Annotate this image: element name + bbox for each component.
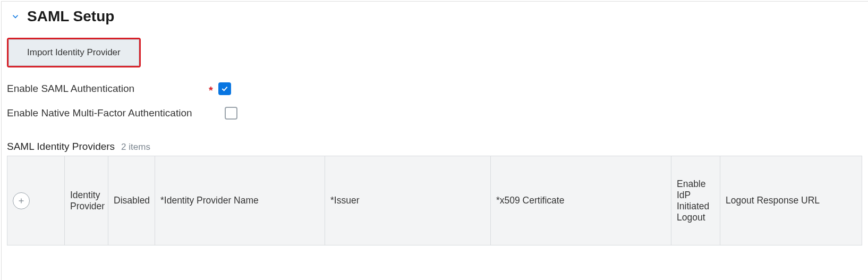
col-issuer: *Issuer	[325, 156, 491, 245]
enable-saml-checkbox[interactable]	[218, 82, 231, 95]
col-idp-initiated-logout: Enable IdP Initiated Logout	[671, 156, 720, 245]
required-indicator-icon: *	[209, 84, 213, 97]
enable-mfa-label: Enable Native Multi-Factor Authenticatio…	[7, 107, 209, 119]
enable-saml-label: Enable SAML Authentication	[7, 83, 209, 95]
idp-table-count: 2 items	[121, 142, 150, 152]
import-idp-highlight: Import Identity Provider	[7, 38, 141, 67]
section-title: SAML Setup	[27, 8, 114, 25]
enable-mfa-checkbox[interactable]	[225, 107, 237, 120]
col-logout-response-url: Logout Response URL	[720, 156, 862, 245]
collapse-section-icon[interactable]	[10, 11, 21, 22]
col-disabled: Disabled	[108, 156, 155, 245]
add-row-button[interactable]	[13, 192, 30, 209]
idp-table-header-row: Identity Provider Disabled *Identity Pro…	[7, 156, 862, 245]
import-identity-provider-button[interactable]: Import Identity Provider	[8, 39, 139, 66]
col-identity-provider: Identity Provider	[65, 156, 108, 245]
col-idp-name: *Identity Provider Name	[155, 156, 325, 245]
idp-table: Identity Provider Disabled *Identity Pro…	[7, 156, 862, 245]
col-x509-cert: *x509 Certificate	[491, 156, 671, 245]
idp-table-title: SAML Identity Providers	[7, 141, 115, 152]
